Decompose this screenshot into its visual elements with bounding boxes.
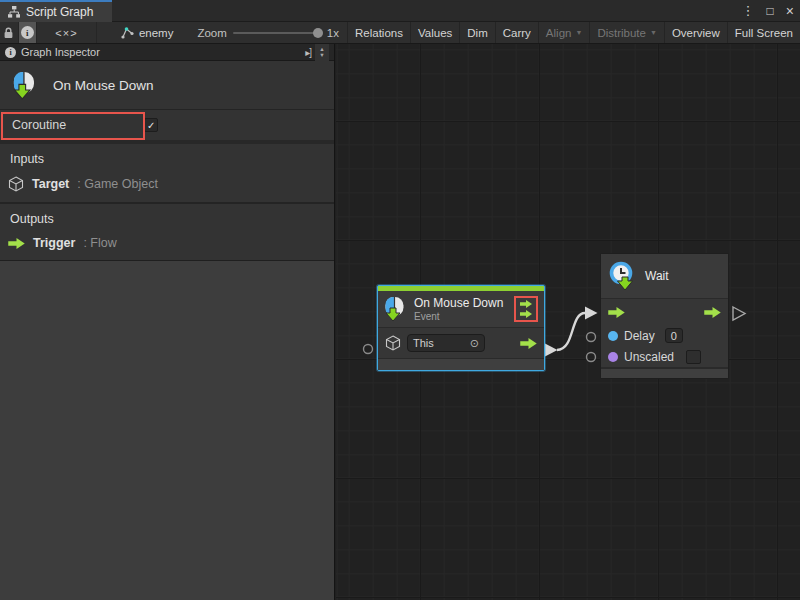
event-node-header[interactable]: On Mouse Down Event [378, 291, 544, 327]
inputs-title: Inputs [0, 150, 334, 174]
window-menu-icon[interactable]: ⋮ [742, 0, 755, 22]
coroutine-row: Coroutine ✓ [0, 110, 334, 144]
zoom-value: 1x [327, 27, 339, 39]
wait-exit-port[interactable] [733, 307, 745, 320]
coroutine-checkbox[interactable]: ✓ [144, 118, 158, 132]
carry-button[interactable]: Carry [495, 22, 538, 43]
zoom-slider-handle[interactable] [313, 28, 323, 38]
flow-wire[interactable] [557, 313, 585, 350]
game-object-cube-icon [8, 176, 24, 192]
coroutine-arrow-icon [519, 300, 533, 308]
script-graph-asset-icon [121, 26, 134, 39]
window-maximize-icon[interactable]: □ [767, 0, 774, 22]
dim-button[interactable]: Dim [459, 22, 494, 43]
wire-end-arrow[interactable] [585, 307, 598, 320]
outputs-title: Outputs [0, 210, 334, 234]
wait-node-titles: Wait [645, 269, 669, 283]
output-type: : Flow [83, 236, 116, 250]
dock-panel-icon[interactable]: ▸] [305, 47, 311, 58]
full-screen-button[interactable]: Full Screen [727, 22, 800, 43]
flow-arrow-icon [8, 238, 25, 249]
lock-button[interactable] [0, 22, 19, 43]
wait-clock-icon [609, 261, 637, 291]
wait-flow-row [601, 299, 728, 325]
align-button[interactable]: Align ▼ [538, 22, 590, 43]
inspector-toggle-button[interactable]: i [19, 22, 38, 43]
unit-title: On Mouse Down [53, 78, 154, 93]
info-icon: i [21, 26, 34, 39]
outputs-section: Outputs Trigger : Flow [0, 204, 334, 261]
wait-node-header[interactable]: Wait [601, 254, 728, 298]
script-graph-window: Script Graph ⋮ □ × i <×> [0, 0, 800, 600]
target-value: This [413, 337, 434, 349]
unit-header-section: On Mouse Down [0, 61, 334, 110]
trigger-output-port[interactable] [520, 338, 537, 349]
wait-node[interactable]: Wait Delay 0 Unscaled [600, 253, 729, 379]
output-name: Trigger [33, 236, 75, 250]
tab-script-graph[interactable]: Script Graph [0, 0, 112, 22]
input-type: : Game Object [77, 177, 158, 191]
on-mouse-down-node[interactable]: On Mouse Down Event [377, 285, 545, 371]
inspector-empty-area [0, 261, 334, 600]
window-controls: ⋮ □ × [742, 0, 794, 22]
toolbar: i <×> enemy Zoom 1x Relations Values Dim [0, 22, 800, 44]
event-target-port[interactable] [364, 345, 373, 354]
graph-breadcrumb[interactable]: enemy [97, 22, 184, 43]
graph-hierarchy-icon [8, 6, 20, 18]
inspector-header-controls: ▸] ▲ ▼ [305, 44, 329, 61]
node-footer [601, 368, 728, 378]
output-row-trigger: Trigger : Flow [0, 234, 334, 252]
float-port-icon[interactable] [608, 331, 618, 341]
node-footer [378, 358, 544, 370]
zoom-slider[interactable] [233, 32, 321, 34]
event-node-title: On Mouse Down [414, 296, 503, 310]
bool-port-icon[interactable] [608, 352, 618, 362]
zoom-control: Zoom 1x [183, 22, 347, 43]
mouse-event-icon [384, 296, 406, 322]
wire-start-arrow[interactable] [545, 344, 558, 357]
values-button[interactable]: Values [410, 22, 459, 43]
wait-unscaled-row: Unscaled [601, 346, 728, 367]
spinner-down-icon[interactable]: ▼ [319, 52, 324, 58]
wait-delay-row: Delay 0 [601, 325, 728, 346]
overview-button[interactable]: Overview [664, 22, 727, 43]
flow-input-port[interactable] [608, 307, 625, 318]
panel-spinner[interactable]: ▲ ▼ [315, 44, 329, 61]
titlebar: Script Graph ⋮ □ × [0, 0, 800, 22]
toolbar-right-group: Relations Values Dim Carry Align ▼ Distr… [347, 22, 800, 43]
chevron-down-icon: ▼ [575, 29, 582, 36]
unscaled-checkbox[interactable] [686, 350, 701, 364]
wait-unscaled-port[interactable] [587, 353, 596, 362]
object-picker-icon[interactable]: ⊙ [470, 337, 479, 350]
flow-output-port[interactable] [704, 307, 721, 318]
wait-node-title: Wait [645, 269, 669, 283]
unscaled-label: Unscaled [624, 350, 674, 364]
target-value-field[interactable]: This ⊙ [407, 334, 485, 352]
delay-label: Delay [624, 329, 655, 343]
window-close-icon[interactable]: × [786, 0, 794, 22]
game-object-cube-icon [385, 335, 401, 351]
info-icon: i [5, 47, 16, 58]
delay-value-field[interactable]: 0 [665, 328, 683, 343]
zoom-label: Zoom [197, 27, 226, 39]
event-target-row: This ⊙ [378, 328, 544, 358]
inputs-section: Inputs Target : Game Object [0, 144, 334, 204]
distribute-button[interactable]: Distribute ▼ [589, 22, 664, 43]
coroutine-arrow-icon [519, 310, 533, 318]
tab-label: Script Graph [26, 5, 93, 19]
coroutine-indicator-highlight [514, 296, 538, 322]
input-name: Target [32, 177, 69, 191]
lock-icon [3, 27, 14, 39]
event-node-titles: On Mouse Down Event [414, 296, 503, 322]
code-icon: <×> [55, 27, 77, 39]
graph-name-label: enemy [139, 27, 174, 39]
wait-delay-port[interactable] [587, 333, 596, 342]
coroutine-label: Coroutine [12, 118, 66, 132]
event-node-subtitle: Event [414, 311, 503, 322]
code-view-button[interactable]: <×> [37, 22, 97, 43]
graph-inspector-panel: i Graph Inspector ▸] ▲ ▼ On Mouse Down C… [0, 44, 335, 600]
mouse-event-icon [12, 71, 37, 100]
input-row-target: Target : Game Object [0, 174, 334, 194]
relations-button[interactable]: Relations [347, 22, 410, 43]
graph-canvas[interactable]: On Mouse Down Event [336, 44, 800, 600]
